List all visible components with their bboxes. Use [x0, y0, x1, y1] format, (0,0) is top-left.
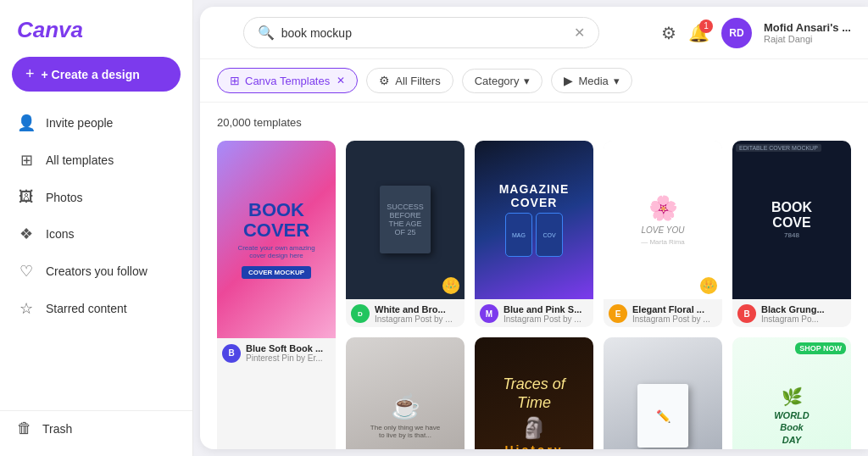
card-text: White and Bro... Instagram Post by ...	[375, 304, 459, 324]
card-meta: B Blue Soft Book ... Pinterest Pin by Er…	[217, 338, 336, 366]
template-card-book-cover[interactable]: BOOKCOVER Create your own amazingcover d…	[217, 141, 336, 449]
card-meta: B Black Grung... Instagram Po...	[732, 299, 851, 327]
book-cover-title: BOOKCOVER	[243, 200, 309, 241]
user-info: Mofid Ansari's ... Rajat Dangi	[764, 21, 851, 44]
templates-grid: BOOKCOVER Create your own amazingcover d…	[217, 141, 851, 449]
canva-logo: Canva	[17, 17, 83, 42]
statue-icon: 🗿	[521, 416, 547, 440]
main-panel: 🔍 ✕ ⚙ 🔔 1 RD Mofid Ansari's ... Rajat Da…	[200, 7, 868, 449]
card-subtitle: Instagram Post by ...	[504, 314, 588, 324]
notifications-button[interactable]: 🔔 1	[688, 23, 709, 43]
creator-avatar: D	[351, 304, 370, 323]
template-card-elegant-floral[interactable]: 🌸 LOVE YOU — Marta Rima 👑 E Elegant Flor…	[604, 141, 722, 327]
card-title: Blue and Pink S...	[504, 304, 588, 314]
traces-title: Traces ofTime	[503, 375, 565, 412]
canva-templates-filter[interactable]: ⊞ Canva Templates ✕	[217, 68, 358, 93]
clear-search-button[interactable]: ✕	[574, 25, 585, 41]
create-design-button[interactable]: + + Create a design	[12, 57, 181, 92]
name-text: — Marta Rima	[641, 238, 685, 246]
category-filter[interactable]: Category ▾	[462, 69, 543, 93]
card-meta: E Elegant Floral ... Instagram Post by .…	[604, 299, 722, 327]
plus-icon: +	[25, 65, 35, 83]
user-avatar[interactable]: RD	[721, 18, 752, 48]
heart-icon: ♡	[17, 262, 36, 281]
creator-avatar: B	[222, 344, 241, 363]
card-title: Black Grung...	[761, 304, 846, 314]
template-card-blue-pink[interactable]: MAGAZINECOVER MAG COV M Blue and Pink S.…	[475, 141, 593, 327]
card-title: White and Bro...	[375, 304, 459, 314]
notification-badge: 1	[699, 19, 713, 33]
shop-badge: SHOP NOW	[795, 342, 846, 354]
sidebar-item-starred[interactable]: ☆ Starred content	[7, 291, 186, 326]
remove-filter-icon[interactable]: ✕	[337, 75, 345, 86]
pencil-icon: ✏️	[656, 409, 670, 423]
settings-button[interactable]: ⚙	[661, 23, 676, 43]
all-templates-label: All templates	[46, 153, 114, 167]
chevron-down-icon: ▾	[524, 75, 530, 87]
history-label: History	[504, 443, 563, 449]
all-filters-label: All Filters	[395, 75, 440, 87]
canva-templates-label: Canva Templates	[245, 75, 330, 87]
header-actions: ⚙ 🔔 1 RD Mofid Ansari's ... Rajat Dangi	[661, 18, 851, 48]
icons-icon: ❖	[17, 225, 36, 243]
search-bar[interactable]: 🔍 ✕	[243, 17, 599, 48]
card-title: Blue Soft Book ...	[246, 343, 331, 353]
template-card-black-grunge[interactable]: EDITABLE COVER MOCKUP BOOKCOVE 7848 B Bl…	[732, 141, 851, 327]
gear-icon: ⚙	[661, 24, 676, 42]
sidebar-item-all-templates[interactable]: ⊞ All templates	[7, 142, 186, 178]
world-book-title: WORLDBookDAY	[774, 409, 810, 446]
mag-title: MAGAZINECOVER	[499, 182, 570, 209]
crown-badge: 👑	[442, 277, 459, 294]
template-card-coffee[interactable]: ☕ The only thing we haveto live by is th…	[346, 337, 465, 449]
coffee-cup-icon: ☕	[391, 392, 420, 420]
book-cover-mockup: COVER MOCKUP	[242, 266, 311, 279]
card-subtitle: Instagram Post by ...	[375, 314, 459, 324]
love-text: LOVE YOU	[642, 225, 685, 235]
media-filter[interactable]: ▶ Media ▾	[551, 68, 632, 93]
flower-icon: 🌸	[648, 194, 678, 222]
creator-avatar: E	[609, 304, 627, 323]
trash-icon: 🗑	[17, 420, 32, 437]
card-subtitle: Instagram Po...	[761, 314, 846, 324]
logo: Canva	[0, 10, 192, 57]
sidebar-item-trash[interactable]: 🗑 Trash	[0, 410, 192, 446]
card-meta: M Blue and Pink S... Instagram Post by .…	[475, 299, 593, 327]
grunge-title: BOOKCOVE	[771, 200, 812, 230]
book-rect: SUCCESSBEFORETHE AGEOF 25	[380, 186, 431, 253]
filters-bar: ⊞ Canva Templates ✕ ⚙ All Filters Catego…	[200, 59, 868, 103]
card-text: Black Grung... Instagram Po...	[761, 304, 846, 324]
phone-mockups: MAG COV	[505, 213, 563, 257]
star-icon: ☆	[17, 299, 36, 318]
template-card-notebook[interactable]: ✏️ N Notebook Mock... Product by ...	[604, 337, 722, 449]
sidebar-item-creators[interactable]: ♡ Creators you follow	[7, 253, 186, 289]
sidebar-item-photos[interactable]: 🖼 Photos	[7, 180, 186, 214]
creator-avatar: M	[480, 304, 498, 323]
all-filters-button[interactable]: ⚙ All Filters	[366, 68, 453, 93]
search-input[interactable]	[281, 26, 567, 40]
sidebar-nav: 👤 Invite people ⊞ All templates 🖼 Photos…	[0, 102, 192, 410]
trash-label: Trash	[42, 422, 72, 436]
sidebar-item-invite[interactable]: 👤 Invite people	[7, 105, 186, 141]
card-subtitle: Instagram Post by ...	[632, 314, 717, 324]
card-title: Elegant Floral ...	[632, 304, 717, 314]
filter-icon: ⚙	[379, 74, 390, 87]
crown-badge: 👑	[700, 277, 717, 294]
template-card-traces[interactable]: Traces ofTime 🗿 History 👑 T Coffee Book …	[475, 337, 593, 449]
template-card-world-book[interactable]: 🌿 WORLDBookDAY SHOP NOW W Black Green Si…	[732, 337, 851, 449]
photos-label: Photos	[46, 191, 83, 204]
invite-icon: 👤	[17, 114, 36, 132]
media-label: Media	[578, 75, 608, 87]
book-cover-sub: Create your own amazingcover design here	[237, 244, 314, 259]
search-icon: 🔍	[258, 25, 275, 41]
content-area: 20,000 templates BOOKCOVER Create your o…	[200, 103, 868, 449]
card-text: Blue Soft Book ... Pinterest Pin by Er..…	[246, 343, 331, 363]
user-subtitle: Rajat Dangi	[764, 34, 851, 44]
creator-avatar: B	[737, 304, 756, 323]
card-meta: D White and Bro... Instagram Post by ...	[346, 299, 465, 327]
grunge-subtitle: 7848	[784, 231, 799, 239]
template-count: 20,000 templates	[217, 116, 851, 129]
notebook-rect: ✏️	[637, 384, 688, 448]
templates-chip-icon: ⊞	[230, 74, 240, 87]
sidebar-item-icons[interactable]: ❖ Icons	[7, 216, 186, 252]
template-card-white-bro[interactable]: SUCCESSBEFORETHE AGEOF 25 👑 D White and …	[346, 141, 465, 327]
